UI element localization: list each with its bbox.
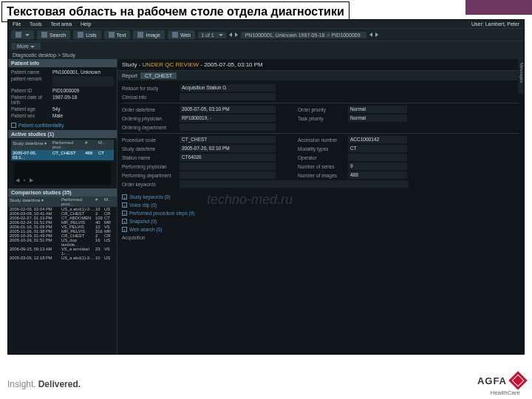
menu-file[interactable]: File	[13, 21, 21, 27]
active-studies-columns[interactable]: Study date/time ▾Performed proc…#M…	[11, 140, 114, 150]
patient-info-header[interactable]: Patient info	[8, 59, 117, 67]
label-acc: Accession number	[298, 137, 348, 143]
lists-button[interactable]: Lists	[73, 30, 100, 39]
patient-search-bar[interactable]: PN1000001, Unknown 1987-09-18 ♂ PID10000…	[241, 32, 366, 38]
pager[interactable]: 1 of 1	[198, 32, 226, 38]
section-voice-clip[interactable]: +Voice clip (0)	[122, 201, 519, 209]
globe-icon	[172, 32, 178, 38]
active-studies-header[interactable]: Active studies (1)	[8, 130, 117, 138]
label-patient-name: Patient name	[11, 69, 52, 75]
value-order-kw[interactable]	[180, 180, 409, 188]
patient-confidentiality-checkbox[interactable]: Patient confidentiality	[8, 120, 117, 130]
dropdown-button[interactable]	[11, 30, 34, 39]
comparison-row[interactable]: 2006-09-15, 09:13 AMVS_a arm/skel 1-…23V…	[8, 247, 117, 256]
section-acquisition[interactable]: Acquisition	[122, 233, 519, 242]
expand-icon: +	[122, 202, 127, 208]
value-ord-phys[interactable]: RP1000019, -	[180, 115, 276, 122]
label-proc-code: Procedure code	[122, 137, 180, 143]
comparison-studies-header[interactable]: Comparison studies (35)	[8, 188, 117, 197]
slide-footer: Insight. Delivered. AGFA HealthCare	[7, 374, 525, 395]
breadcrumb: Diagnostic desktop > Study	[8, 51, 524, 59]
prev-arrow-icon[interactable]	[229, 33, 232, 37]
value-num-images[interactable]: 488	[348, 171, 407, 179]
comparison-columns[interactable]: Study date/time ▾Performed proc…#M…	[8, 197, 117, 207]
user-label: User:	[471, 21, 484, 27]
text-icon	[109, 32, 115, 38]
sidebar: Patient info Patient namePN1000001, Unkn…	[8, 59, 117, 354]
value-study-dt[interactable]: 2005-07-20, 02:10 PM	[180, 145, 276, 152]
section-web-search[interactable]: +Web search (0)	[122, 225, 519, 233]
text-button[interactable]: Text	[104, 30, 131, 39]
value-clinical[interactable]	[180, 93, 276, 100]
value-patient-dob: 1987-09-18	[52, 95, 114, 105]
value-num-series[interactable]: 9	[348, 163, 407, 170]
label-num-series: Number of series	[298, 164, 348, 169]
search-next-icon[interactable]	[375, 33, 378, 37]
list-icon	[78, 32, 83, 38]
value-order-dt[interactable]: 2005-07-05, 03:10 PM	[180, 106, 276, 113]
section-snapshot[interactable]: +Snapshot (0)	[122, 217, 519, 225]
label-reason: Reason for study	[122, 86, 180, 91]
label-patient-dob: Patient date of birth	[11, 95, 52, 105]
expand-icon: +	[122, 194, 127, 200]
section-performed-steps[interactable]: +Performed procedure steps (9)	[122, 209, 519, 217]
patient-info-body: Patient namePN1000001, Unknown patient r…	[8, 67, 117, 120]
more-button[interactable]: More	[11, 43, 41, 50]
value-patient-age: 54y	[52, 106, 114, 112]
report-tab[interactable]: CT_CHEST	[140, 72, 177, 79]
decoration-box	[466, 0, 532, 15]
value-station[interactable]: CT64026	[180, 154, 276, 161]
user-name: Lambert, Peter	[485, 21, 519, 27]
grid-icon	[16, 32, 21, 38]
web-button[interactable]: Web	[168, 30, 195, 39]
value-perf-dept[interactable]	[180, 171, 276, 179]
label-patient-sex: Patient sex	[11, 113, 52, 118]
active-study-row[interactable]: 2005-07-05, 03:1…CT_CHEST488CT	[11, 150, 114, 160]
value-ord-dept[interactable]	[180, 123, 276, 131]
label-operator: Operator	[298, 155, 348, 160]
comparison-studies-body: Study date/time ▾Performed proc…#M… 2006…	[8, 197, 117, 260]
label-mod: Modality types	[298, 146, 348, 151]
active-studies-body: Study date/time ▾Performed proc…#M… 2005…	[8, 138, 117, 188]
comparison-row[interactable]: 2005-03-06, 12:18 PMUS_a abd(1)-2-…10US	[8, 256, 117, 260]
label-patient-id: Patient ID	[11, 88, 52, 93]
value-task-prio[interactable]: Normal	[348, 115, 407, 122]
value-reason[interactable]: Acquisition Station G	[180, 84, 276, 92]
value-patient-remark[interactable]	[52, 76, 114, 86]
comparison-row[interactable]: 2005-10-26, 01:51 PMUS_dop testicle…16US	[8, 238, 117, 247]
study-title: Study - UNDER QC REVIEW - 2005-07-05, 03…	[117, 59, 524, 71]
label-num-images: Number of images	[298, 173, 348, 178]
menu-tools[interactable]: Tools	[30, 21, 41, 27]
report-label: Report	[122, 73, 137, 78]
label-station: Station name	[122, 155, 180, 160]
label-clinical: Clinical info	[122, 95, 180, 100]
menu-help[interactable]: Help	[81, 21, 91, 27]
image-button[interactable]: Image	[133, 30, 164, 39]
value-mod[interactable]: CT	[348, 145, 407, 152]
study-info-grid: Reason for studyAcquisition Station G Cl…	[117, 81, 524, 191]
application-window: File Tools Text area Help User: Lambert,…	[7, 19, 525, 355]
menu-bar: File Tools Text area Help User: Lambert,…	[8, 20, 524, 28]
search-button[interactable]: Search	[37, 30, 70, 39]
value-patient-sex: Male	[52, 113, 114, 118]
agfa-logo: AGFA HealthCare	[477, 374, 525, 395]
messages-side-tab[interactable]: Messages	[518, 59, 524, 94]
agfa-healthcare-text: HealthCare	[491, 389, 520, 396]
label-task-prio: Task priority	[298, 116, 348, 121]
value-acc[interactable]: ACC1000142	[348, 136, 407, 143]
thumbnail-area[interactable]: ◀ • ▶	[14, 163, 111, 185]
agfa-text: AGFA	[477, 375, 507, 386]
value-proc-code[interactable]: CT_CHEST	[180, 136, 276, 143]
nav-dots-icon[interactable]: ◀ • ▶	[16, 177, 35, 183]
label-study-dt: Study date/time	[122, 146, 180, 151]
value-patient-name: PN1000001, Unknown	[52, 69, 114, 75]
label-patient-age: Patient age	[11, 106, 52, 112]
next-arrow-icon[interactable]	[235, 33, 238, 37]
search-prev-icon[interactable]	[369, 33, 372, 37]
section-study-keywords[interactable]: +Study keywords (0)	[122, 193, 519, 201]
value-operator[interactable]	[348, 154, 407, 161]
menu-textarea[interactable]: Text area	[50, 21, 72, 27]
value-order-prio[interactable]: Normal	[348, 106, 407, 113]
value-perf-phys[interactable]	[180, 163, 276, 170]
label-ord-dept: Ordering department	[122, 125, 180, 130]
